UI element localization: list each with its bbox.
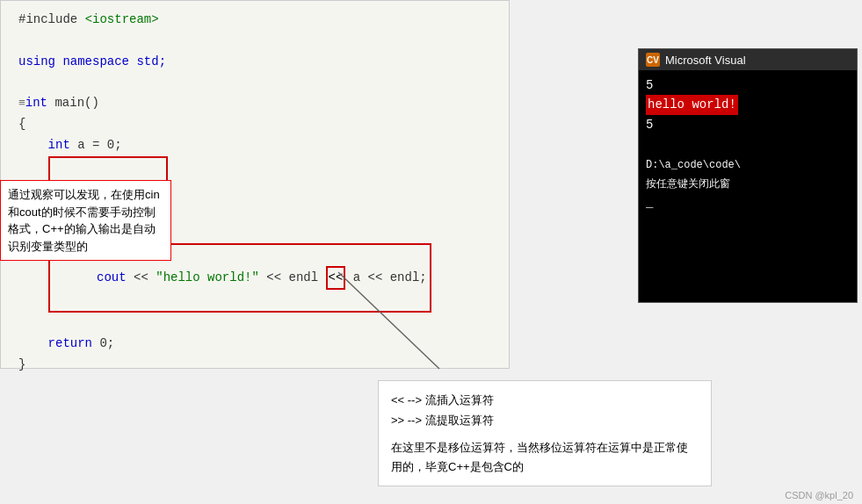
annotation-bottom: << --> 流插入运算符 >> --> 流提取运算符 在这里不是移位运算符，当… [378,380,712,486]
terminal-line-3: 5 [646,118,653,132]
terminal-path: D:\a_code\code\ [646,159,741,171]
code-line-include: #include <iostream> [18,10,500,31]
terminal-icon: CV [646,53,660,67]
code-line-return: return 0; [18,334,500,355]
terminal-body: 5 hello world! 5 D:\a_code\code\ 按任意键关闭此… [639,70,857,219]
annotation-bottom-line1: << --> 流插入运算符 [391,390,699,410]
terminal-titlebar: CV Microsoft Visual [639,49,857,70]
annotation-left-text: 通过观察可以发现，在使用cin和cout的时候不需要手动控制格式，C++的输入输… [8,188,160,253]
code-line-brace-close: } [18,355,500,376]
code-line-int-a: int a = 0; [18,135,500,156]
annotation-bottom-explanation: 在这里不是移位运算符，当然移位运算符在运算中是正常使用的，毕竟C++是包含C的 [391,438,699,477]
code-line-using: using namespace std; [18,52,500,73]
code-line-main: ≡ int main() [18,93,500,114]
terminal-cursor: _ [646,196,653,210]
line-indicator: ≡ [18,94,25,113]
terminal-line-1: 5 [646,78,653,92]
code-line-blank4 [18,313,500,334]
annotation-left: 通过观察可以发现，在使用cin和cout的时候不需要手动控制格式，C++的输入输… [0,180,171,261]
code-line-blank1 [18,31,500,52]
terminal-press-key: 按任意键关闭此窗 [646,178,730,191]
terminal-window: CV Microsoft Visual 5 hello world! 5 D:\… [638,48,858,303]
watermark: CSDN @kpl_20 [785,490,853,500]
annotation-bottom-line2: >> --> 流提取运算符 [391,410,699,430]
code-line-blank2 [18,72,500,93]
terminal-title: Microsoft Visual [665,54,746,67]
code-line-brace-open: { [18,114,500,135]
terminal-line-2: hello world! [646,95,738,114]
annotation-bottom-spacer [391,431,699,438]
